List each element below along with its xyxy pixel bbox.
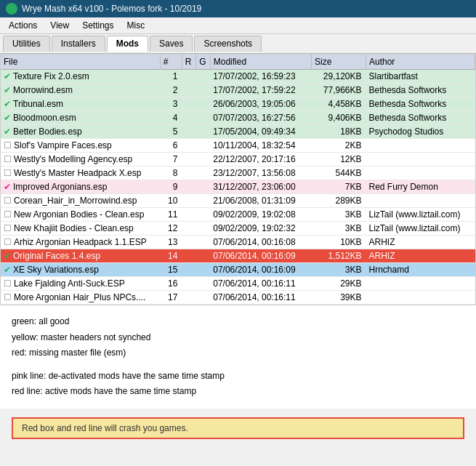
table-row[interactable]: ✔Original Faces 1.4.esp1407/06/2014, 00:… (1, 249, 475, 263)
menu-actions[interactable]: Actions (3, 19, 43, 32)
cell-num: 6 (160, 139, 182, 153)
cell-modified: 07/06/2014, 00:16:09 (210, 249, 311, 263)
table-row[interactable]: ✔Improved Argonians.esp931/12/2007, 23:0… (1, 180, 475, 194)
table-row[interactable]: ✔XE Sky Variations.esp1507/06/2014, 00:1… (1, 263, 475, 277)
tab-installers[interactable]: Installers (52, 36, 105, 52)
warning-text: Red box and red line will crash you game… (22, 423, 188, 433)
table-header-row: File # R G Modified Size Author (1, 55, 475, 70)
cell-size: 3KB (312, 263, 366, 277)
cell-num: 12 (160, 222, 182, 236)
cell-g (196, 263, 211, 277)
legend-red: red: missing master file (esm) (12, 345, 464, 361)
tab-screenshots[interactable]: Screenshots (194, 36, 262, 52)
file-name: Westly's Master Headpack X.esp (14, 168, 141, 178)
cell-file: ☐Westly's Master Headpack X.esp (1, 166, 160, 180)
cell-modified: 10/11/2004, 18:32:54 (210, 139, 311, 153)
cell-modified: 17/07/2002, 16:59:23 (210, 70, 311, 84)
cell-file: ✔Improved Argonians.esp (1, 180, 160, 194)
cell-modified: 07/06/2014, 00:16:11 (210, 277, 311, 291)
cell-file: ☐Slof's Vampire Faces.esp (1, 139, 160, 153)
mod-table-body: ✔Texture Fix 2.0.esm117/07/2002, 16:59:2… (1, 70, 475, 305)
cell-r (182, 111, 195, 125)
cell-file: ✔Original Faces 1.4.esp (1, 249, 160, 263)
table-row[interactable]: ✔Tribunal.esm326/06/2003, 19:05:064,458K… (1, 97, 475, 111)
tab-bar: Utilities Installers Mods Saves Screensh… (0, 34, 476, 54)
cell-modified: 31/12/2007, 23:06:00 (210, 180, 311, 194)
cell-num: 4 (160, 111, 182, 125)
table-row[interactable]: ☐Westly's Master Headpack X.esp823/12/20… (1, 166, 475, 180)
tab-utilities[interactable]: Utilities (3, 36, 50, 52)
cell-num: 5 (160, 125, 182, 139)
table-row[interactable]: ☐New Khajiit Bodies - Clean.esp1209/02/2… (1, 222, 475, 236)
cell-size: 2KB (312, 139, 366, 153)
table-row[interactable]: ☐Corean_Hair_in_Morrowind.esp1021/06/200… (1, 194, 475, 208)
cell-g (196, 180, 211, 194)
checkbox-icon: ☐ (4, 237, 12, 247)
cell-author: ARHIZ (366, 236, 475, 249)
file-name: XE Sky Variations.esp (13, 265, 99, 275)
cell-file: ✔Better Bodies.esp (1, 125, 160, 139)
file-name: Improved Argonians.esp (13, 182, 107, 192)
table-row[interactable]: ☐Slof's Vampire Faces.esp610/11/2004, 18… (1, 139, 475, 153)
table-row[interactable]: ✔Better Bodies.esp517/05/2004, 09:49:341… (1, 125, 475, 139)
legend-yellow: yellow: master headers not synched (12, 330, 464, 346)
file-name: Bloodmoon.esm (13, 113, 76, 123)
menu-misc[interactable]: Misc (121, 19, 151, 32)
menu-settings[interactable]: Settings (76, 19, 119, 32)
table-row[interactable]: ☐Westly's Modelling Agency.esp722/12/200… (1, 153, 475, 166)
cell-file: ✔Bloodmoon.esm (1, 111, 160, 125)
cell-size: 544KB (312, 166, 366, 180)
app-icon (6, 3, 17, 15)
cell-author: LizTail (www.liztail.com) (366, 222, 475, 236)
cell-r (182, 236, 195, 249)
cell-file: ✔Morrowind.esm (1, 84, 160, 97)
cell-modified: 07/07/2003, 16:27:56 (210, 111, 311, 125)
checkbox-icon: ☐ (4, 292, 12, 302)
table-row[interactable]: ✔Bloodmoon.esm407/07/2003, 16:27:569,406… (1, 111, 475, 125)
file-name: More Argonian Hair_Plus NPCs.... (14, 292, 145, 302)
cell-r (182, 97, 195, 111)
menu-view[interactable]: View (44, 19, 75, 32)
cell-author (366, 194, 475, 208)
cell-num: 8 (160, 166, 182, 180)
cell-size: 9,406KB (312, 111, 366, 125)
cell-modified: 07/06/2014, 00:16:11 (210, 291, 311, 305)
table-row[interactable]: ✔Texture Fix 2.0.esm117/07/2002, 16:59:2… (1, 70, 475, 84)
cell-r (182, 194, 195, 208)
legend-redline: red line: active mods have the same time… (12, 384, 464, 400)
table-row[interactable]: ☐More Argonian Hair_Plus NPCs....1707/06… (1, 291, 475, 305)
file-name: New Argonian Bodies - Clean.esp (14, 209, 144, 220)
cell-num: 16 (160, 277, 182, 291)
tab-saves[interactable]: Saves (150, 36, 193, 52)
cell-num: 2 (160, 84, 182, 97)
cell-g (196, 291, 211, 305)
checkbox-icon: ☐ (4, 140, 12, 150)
mod-table: File # R G Modified Size Author ✔Texture… (1, 55, 475, 305)
table-row[interactable]: ☐Arhiz Argonian Headpack 1.1.ESP1307/06/… (1, 236, 475, 249)
cell-g (196, 208, 211, 222)
cell-g (196, 166, 211, 180)
cell-file: ✔Texture Fix 2.0.esm (1, 70, 160, 84)
menu-bar: Actions View Settings Misc (0, 17, 476, 34)
cell-size: 3KB (312, 222, 366, 236)
title-bar-text: Wrye Mash x64 v100 - Polemos fork - 10/2… (22, 4, 201, 14)
table-row[interactable]: ☐New Argonian Bodies - Clean.esp1109/02/… (1, 208, 475, 222)
cell-num: 11 (160, 208, 182, 222)
cell-r (182, 222, 195, 236)
cell-author: LizTail (www.liztail.com) (366, 208, 475, 222)
cell-g (196, 84, 211, 97)
legend-spacer (12, 361, 464, 369)
table-row[interactable]: ✔Morrowind.esm217/07/2002, 17:59:2277,96… (1, 84, 475, 97)
cell-size: 29KB (312, 277, 366, 291)
cell-modified: 26/06/2003, 19:05:06 (210, 97, 311, 111)
cell-g (196, 194, 211, 208)
tab-mods[interactable]: Mods (107, 36, 148, 52)
table-row[interactable]: ☐Lake Fjalding Anti-Suck.ESP1607/06/2014… (1, 277, 475, 291)
cell-file: ☐More Argonian Hair_Plus NPCs.... (1, 291, 160, 305)
checkbox-icon: ✔ (4, 71, 11, 81)
header-file: File (1, 55, 160, 70)
cell-modified: 21/06/2008, 01:31:09 (210, 194, 311, 208)
cell-r (182, 180, 195, 194)
cell-r (182, 249, 195, 263)
cell-file: ✔XE Sky Variations.esp (1, 263, 160, 277)
